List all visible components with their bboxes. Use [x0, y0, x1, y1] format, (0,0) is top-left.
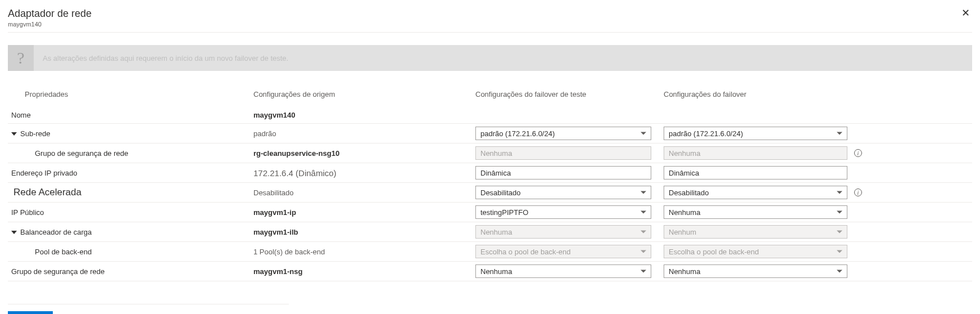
row-backend-pool: Pool de back-end 1 Pool(s) de back-end E… [8, 242, 972, 262]
fo-nsg-inner-input: Nenhuma [664, 146, 847, 160]
close-button[interactable]: ✕ [961, 7, 970, 19]
source-public-ip: maygvm1-ip [252, 207, 474, 218]
tfo-private-ip-input[interactable]: Dinâmica [475, 166, 651, 180]
source-load-balancer: maygvm1-ilb [252, 226, 474, 238]
blade-title: Adaptador de rede [8, 8, 972, 20]
blade-subtitle: maygvm140 [8, 21, 972, 28]
row-nsg-inner: Grupo de segurança de rede rg-cleanupser… [8, 143, 972, 163]
tfo-load-balancer-select: Nenhuma [475, 225, 651, 239]
fo-subnet-select[interactable]: padrão (172.21.6.0/24) [664, 127, 847, 140]
source-nsg-inner: rg-cleanupservice-nsg10 [252, 147, 474, 159]
row-nsg-outer: Grupo de segurança de rede maygvm1-nsg N… [8, 262, 972, 281]
tfo-backend-pool-select: Escolha o pool de back-end [475, 245, 651, 258]
col-header-source: Configurações de origem [252, 88, 474, 100]
col-header-properties: Propriedades [8, 88, 252, 100]
blade-header: Adaptador de rede maygvm140 [8, 8, 972, 28]
col-header-test-failover: Configurações do failover de teste [474, 88, 663, 100]
label-public-ip: IP Público [8, 207, 252, 218]
footer: OK [8, 304, 289, 314]
label-backend-pool: Pool de back-end [8, 246, 252, 258]
label-load-balancer: Balanceador de carga [8, 226, 252, 238]
tfo-nsg-outer-select[interactable]: Nenhuma [475, 264, 651, 278]
source-private-ip: 172.21.6.4 (Dinâmico) [252, 167, 474, 180]
row-private-ip: Endereço IP privado 172.21.6.4 (Dinâmico… [8, 163, 972, 183]
source-accelerated-networking: Desabilitado [252, 187, 474, 199]
label-name: Nome [8, 109, 252, 121]
source-subnet: padrão [252, 128, 474, 140]
ok-button[interactable]: OK [8, 311, 53, 314]
fo-public-ip-select[interactable]: Nenhuma [664, 205, 847, 219]
label-private-ip: Endereço IP privado [8, 167, 252, 179]
caret-down-icon[interactable] [11, 231, 17, 234]
row-name: Nome maygvm140 [8, 107, 972, 124]
fo-accelerated-networking-select[interactable]: Desabilitado [664, 186, 847, 199]
label-accelerated-networking: Rede Acelerada [8, 185, 252, 200]
tfo-public-ip-select[interactable]: testingPIPTFO [475, 205, 651, 219]
settings-grid: Propriedades Configurações de origem Con… [8, 86, 972, 281]
fo-load-balancer-select: Nenhum [664, 225, 847, 239]
fo-backend-pool-select: Escolha o pool de back-end [664, 245, 847, 258]
info-icon[interactable]: i [854, 189, 862, 196]
source-nsg-outer: maygvm1-nsg [252, 266, 474, 277]
tfo-subnet-select[interactable]: padrão (172.21.6.0/24) [475, 127, 651, 140]
label-nsg-inner: Grupo de segurança de rede [8, 147, 252, 159]
label-subnet: Sub-rede [8, 128, 252, 140]
source-name: maygvm140 [252, 109, 474, 121]
row-subnet: Sub-rede padrão padrão (172.21.6.0/24) p… [8, 124, 972, 143]
row-accelerated-networking: Rede Acelerada Desabilitado Desabilitado… [8, 183, 972, 203]
column-header-row: Propriedades Configurações de origem Con… [8, 86, 972, 102]
tfo-accelerated-networking-select[interactable]: Desabilitado [475, 186, 651, 199]
caret-down-icon[interactable] [11, 132, 17, 136]
row-public-ip: IP Público maygvm1-ip testingPIPTFO Nenh… [8, 203, 972, 222]
tfo-nsg-inner-input: Nenhuma [475, 146, 651, 160]
header-divider [8, 32, 972, 33]
info-banner-text: As alterações definidas aqui requerem o … [34, 54, 288, 62]
info-banner: ? As alterações definidas aqui requerem … [8, 45, 972, 71]
fo-private-ip-input[interactable]: Dinâmica [664, 166, 847, 180]
question-icon: ? [8, 45, 34, 71]
fo-nsg-outer-select[interactable]: Nenhuma [664, 264, 847, 278]
row-load-balancer: Balanceador de carga maygvm1-ilb Nenhuma… [8, 222, 972, 242]
source-backend-pool: 1 Pool(s) de back-end [252, 246, 474, 258]
col-header-failover: Configurações do failover [663, 88, 851, 100]
info-icon[interactable]: i [854, 149, 862, 157]
label-nsg-outer: Grupo de segurança de rede [8, 266, 252, 277]
